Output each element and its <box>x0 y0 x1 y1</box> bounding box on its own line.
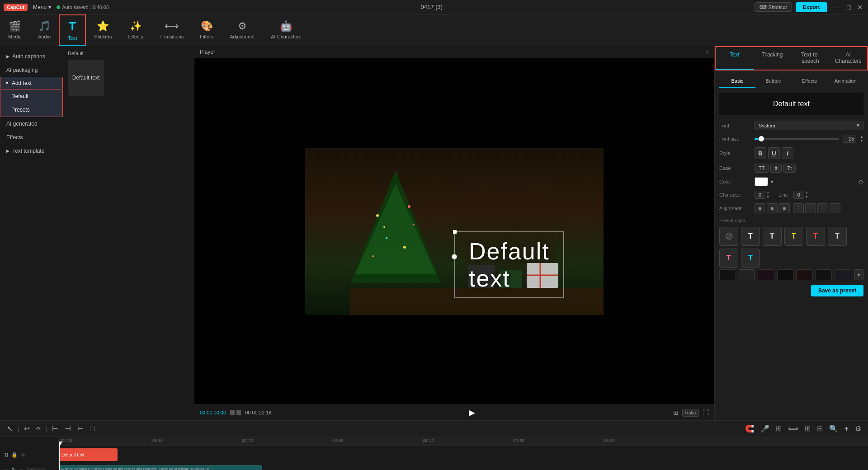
char-down-arrow[interactable]: ▼ <box>766 195 769 199</box>
toolbar-text[interactable]: T Text <box>59 14 86 46</box>
slider-track[interactable] <box>755 138 839 140</box>
preset-cyan[interactable]: T <box>741 249 760 268</box>
toolbar-adjustment[interactable]: ⚙ Adjustment <box>222 14 263 46</box>
delete-button[interactable]: □ <box>89 423 96 434</box>
close-button[interactable]: ✕ <box>855 4 864 11</box>
shortcut-button[interactable]: ⌨ Shortcut <box>755 2 792 12</box>
line-up-arrow[interactable]: ▲ <box>805 191 808 194</box>
magnet-icon[interactable]: 🧲 <box>744 423 755 434</box>
bold-button[interactable]: B <box>755 147 766 159</box>
minimize-button[interactable]: — <box>833 4 843 11</box>
handle-mid-right[interactable] <box>453 230 457 234</box>
preset-yellow[interactable]: T <box>784 227 803 246</box>
redo-button[interactable]: ⟳ <box>35 424 42 433</box>
sub-tab-effects[interactable]: Effects <box>792 75 828 88</box>
sub-tab-bubble[interactable]: Bubble <box>755 75 792 88</box>
line-input[interactable]: 0 ▲ ▼ <box>793 191 808 199</box>
eye-icon[interactable]: 👁 <box>20 452 25 458</box>
toolbar-effects[interactable]: ✨ Effects <box>120 14 151 46</box>
sub-tab-basic[interactable]: Basic <box>719 75 755 88</box>
align-center-button[interactable]: ≡ <box>767 203 778 213</box>
mic-icon[interactable]: 🎤 <box>759 423 771 434</box>
preset-dark-7[interactable] <box>835 269 851 280</box>
rotation-handle[interactable] <box>452 254 457 259</box>
sub-tab-animation[interactable]: Animation <box>827 75 863 88</box>
zoom-out-icon[interactable]: 🔍 <box>828 423 840 434</box>
mark-icon[interactable]: ⊞ <box>816 423 824 434</box>
sidebar-item-presets[interactable]: Presets <box>0 103 63 117</box>
preset-red[interactable]: T <box>806 227 825 246</box>
split-left-button[interactable]: ⊣ <box>63 423 72 434</box>
sidebar-item-effects[interactable]: Effects <box>0 131 63 144</box>
color-swatch[interactable] <box>755 177 768 186</box>
menu-button[interactable]: Menu ▾ <box>33 4 51 10</box>
player-menu-icon[interactable]: ≡ <box>706 49 709 55</box>
italic-button[interactable]: I <box>782 147 793 159</box>
align-middle-button[interactable]: ⋮ <box>817 203 828 213</box>
split-clip-icon[interactable]: ⊞ <box>774 423 783 434</box>
preset-none[interactable]: ⊘ <box>719 227 738 246</box>
sidebar-item-add-text[interactable]: ▼ Add text <box>0 77 63 89</box>
toolbar-audio[interactable]: 🎵 Audio <box>30 14 59 46</box>
sidebar-item-default[interactable]: Default <box>0 89 63 103</box>
ratio-button[interactable]: Ratio <box>682 409 699 417</box>
preset-dark-6[interactable] <box>816 269 832 280</box>
video-eye-icon[interactable]: 👁 <box>19 468 24 470</box>
toolbar-media[interactable]: 🎬 Media <box>0 14 30 46</box>
preset-dark-1[interactable] <box>719 269 736 280</box>
cover-button[interactable]: Cover <box>27 468 45 470</box>
split-button[interactable]: ⊢ <box>51 423 60 434</box>
case-lower-button[interactable]: tt <box>770 164 781 173</box>
preset-plain[interactable]: T <box>741 227 760 246</box>
toolbar-filters[interactable]: 🎨 Filters <box>192 14 222 46</box>
font-size-value[interactable]: 15 <box>843 135 856 143</box>
font-size-up[interactable]: ▲ <box>860 135 863 139</box>
align-top-button[interactable]: ⋮ <box>805 203 816 213</box>
split-right-button[interactable]: ⊢ <box>76 423 85 434</box>
lock-icon[interactable]: 🔒 <box>11 452 18 458</box>
preset-dark-4[interactable] <box>777 269 794 280</box>
align-right-button[interactable]: ≡ <box>779 203 790 213</box>
fit-icon[interactable]: ⊞ <box>803 423 812 434</box>
case-title-button[interactable]: Tt <box>783 164 796 173</box>
preset-pink[interactable]: T <box>719 249 738 268</box>
preset-white[interactable]: T <box>828 227 847 246</box>
tab-text[interactable]: Text <box>716 47 754 70</box>
video-clip[interactable]: Woman packing Christmas gifts for her fr… <box>59 465 262 470</box>
diamond-icon[interactable]: ◇ <box>859 178 863 185</box>
tab-ai-characters[interactable]: AI Characters <box>829 47 867 70</box>
slider-thumb[interactable] <box>759 136 764 141</box>
cursor-tool[interactable]: ↖ <box>5 423 14 434</box>
align-justify-button[interactable]: ⋮ <box>793 203 804 213</box>
font-size-down[interactable]: ▼ <box>860 139 863 143</box>
tab-text-to-speech[interactable]: Text-to-speech <box>792 47 830 70</box>
preset-bold-outline[interactable]: T <box>763 227 782 246</box>
case-upper-button[interactable]: TT <box>755 164 769 173</box>
line-down-arrow[interactable]: ▼ <box>805 195 808 199</box>
preset-dark-5[interactable] <box>796 269 813 280</box>
font-select[interactable]: System ▾ <box>755 121 863 130</box>
align-left-button[interactable]: ≡ <box>755 203 765 213</box>
font-size-slider[interactable] <box>755 138 839 140</box>
video-text-overlay[interactable]: Default text <box>454 231 564 298</box>
maximize-button[interactable]: □ <box>845 4 853 11</box>
export-button[interactable]: Export <box>796 2 827 12</box>
save-preset-button[interactable]: Save as preset <box>811 285 863 296</box>
sidebar-item-text-template[interactable]: ▶ Text template <box>0 144 63 158</box>
char-up-arrow[interactable]: ▲ <box>766 191 769 194</box>
sidebar-item-auto-captions[interactable]: ▶ Auto captions <box>0 50 63 63</box>
toolbar-transitions[interactable]: ⟷ Transitions <box>151 14 192 46</box>
character-input[interactable]: 0 ▲ ▼ <box>755 191 769 199</box>
underline-button[interactable]: U <box>768 147 780 159</box>
preset-expand-button[interactable]: ▾ <box>854 269 863 280</box>
toolbar-stickers[interactable]: ⭐ Stickers <box>86 14 120 46</box>
video-lock-icon[interactable]: 🔒 <box>10 468 16 470</box>
default-text-card[interactable]: Default text <box>68 60 104 96</box>
ripple-icon[interactable]: ⟺ <box>787 423 800 434</box>
sidebar-item-ai-generated[interactable]: AI generated <box>0 117 63 131</box>
color-dropdown-arrow[interactable]: ▾ <box>771 179 773 184</box>
align-bottom-button[interactable]: ⋮ <box>830 203 840 213</box>
tab-tracking[interactable]: Tracking <box>754 47 792 70</box>
sidebar-item-ai-packaging[interactable]: AI packaging <box>0 63 63 77</box>
preset-dark-2[interactable] <box>739 269 755 280</box>
